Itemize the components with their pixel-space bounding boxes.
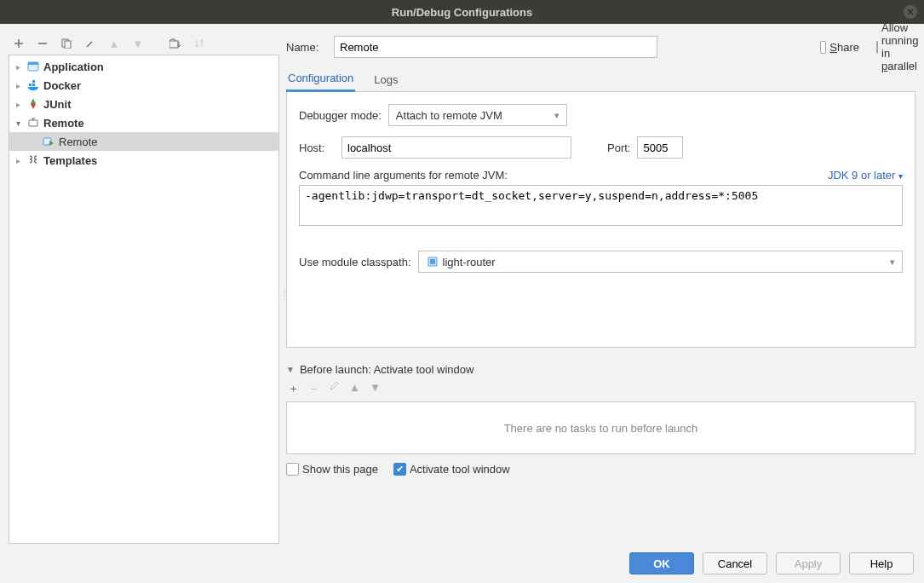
titlebar: Run/Debug Configurations xyxy=(0,0,924,24)
tab-configuration[interactable]: Configuration xyxy=(286,66,355,92)
svg-rect-1 xyxy=(65,41,71,49)
templates-icon xyxy=(26,153,40,167)
host-label: Host: xyxy=(299,141,335,154)
tree-label: Remote xyxy=(43,117,84,130)
sidebar-toolbar: ▲ ▼ xyxy=(9,32,279,55)
folder-move-icon[interactable] xyxy=(169,37,182,50)
up-icon[interactable]: ▲ xyxy=(349,381,361,396)
chevron-right-icon[interactable]: ▸ xyxy=(13,81,23,90)
tree-node-remote[interactable]: ▾ Remote xyxy=(9,113,278,132)
module-classpath-label: Use module classpath: xyxy=(299,256,411,268)
before-launch-list[interactable]: There are no tasks to run before launch xyxy=(286,401,915,454)
remote-icon xyxy=(26,116,40,130)
configurations-tree[interactable]: ▸ Application ▸ Docker ▸ JUnit ▾ Remote xyxy=(9,55,279,544)
tree-node-templates[interactable]: ▸ Templates xyxy=(9,151,278,170)
checkbox-icon xyxy=(820,41,826,54)
svg-rect-12 xyxy=(430,259,435,264)
show-this-page-checkbox[interactable]: Show this page xyxy=(286,463,378,476)
up-icon[interactable]: ▲ xyxy=(107,37,121,50)
module-classpath-combo[interactable]: light-router xyxy=(418,251,903,273)
svg-rect-8 xyxy=(29,120,37,126)
chevron-right-icon[interactable]: ▸ xyxy=(13,62,23,72)
ok-button[interactable]: OK xyxy=(629,552,694,574)
docker-icon xyxy=(26,78,40,92)
copy-icon[interactable] xyxy=(60,37,73,50)
tree-node-junit[interactable]: ▸ JUnit xyxy=(9,95,278,113)
port-input[interactable] xyxy=(637,136,683,159)
cmd-args-label: Command line arguments for remote JVM: xyxy=(299,169,508,182)
minus-icon[interactable]: － xyxy=(308,381,320,396)
svg-rect-5 xyxy=(29,84,32,86)
minus-icon[interactable] xyxy=(36,37,49,50)
svg-rect-2 xyxy=(169,41,178,48)
allow-parallel-checkbox[interactable]: Allow running in parallel xyxy=(876,21,915,72)
junit-icon xyxy=(26,97,40,111)
tab-logs[interactable]: Logs xyxy=(372,68,399,91)
svg-rect-7 xyxy=(32,80,35,83)
debugger-mode-label: Debugger mode: xyxy=(299,109,382,122)
jdk-selector-link[interactable]: JDK 9 or later ▾ xyxy=(828,169,903,182)
tree-label: Remote xyxy=(59,136,98,148)
details-panel: ⋮⋮⋮ Name: Share Allow running in paralle… xyxy=(286,32,915,544)
cmd-args-field[interactable] xyxy=(299,185,903,226)
tree-node-application[interactable]: ▸ Application xyxy=(9,57,278,76)
down-icon[interactable]: ▼ xyxy=(131,37,145,50)
share-checkbox[interactable]: Share xyxy=(820,41,859,54)
chevron-down-icon: ▼ xyxy=(286,365,295,374)
tree-node-remote-run[interactable]: Remote xyxy=(9,132,278,151)
activate-tool-window-checkbox[interactable]: ✔ Activate tool window xyxy=(393,463,510,476)
plus-icon[interactable]: ＋ xyxy=(288,381,300,396)
name-input[interactable] xyxy=(334,36,657,58)
before-launch-empty-text: There are no tasks to run before launch xyxy=(504,422,698,435)
plus-icon[interactable] xyxy=(12,37,26,50)
port-label: Port: xyxy=(607,141,630,154)
chevron-down-icon[interactable]: ▾ xyxy=(13,118,23,128)
cancel-button[interactable]: Cancel xyxy=(703,552,767,574)
edit-icon[interactable] xyxy=(329,381,341,396)
down-icon[interactable]: ▼ xyxy=(370,381,382,396)
window-title: Run/Debug Configurations xyxy=(392,6,532,19)
tree-label: Docker xyxy=(43,79,81,92)
splitter-handle[interactable]: ⋮⋮⋮ xyxy=(281,288,286,314)
checkbox-checked-icon: ✔ xyxy=(393,463,406,476)
debugger-mode-combo[interactable]: Attach to remote JVM xyxy=(388,104,567,126)
svg-rect-6 xyxy=(32,84,35,86)
before-launch-header[interactable]: ▼ Before launch: Activate tool window xyxy=(286,363,915,376)
tree-label: Application xyxy=(43,61,104,73)
application-icon xyxy=(26,60,40,73)
svg-rect-4 xyxy=(28,62,38,65)
tree-node-docker[interactable]: ▸ Docker xyxy=(9,76,278,95)
module-icon xyxy=(426,255,439,268)
host-input[interactable] xyxy=(341,136,571,159)
apply-button[interactable]: Apply xyxy=(776,552,841,574)
tree-label: JUnit xyxy=(43,98,72,111)
remote-run-icon xyxy=(42,135,55,148)
configuration-panel: Debugger mode: Attach to remote JVM Host… xyxy=(286,92,915,348)
checkbox-icon xyxy=(286,463,299,476)
before-launch-toolbar: ＋ － ▲ ▼ xyxy=(286,376,915,401)
help-button[interactable]: Help xyxy=(849,552,914,574)
sidebar: ▲ ▼ ▸ Application ▸ Docker ▸ JUnit xyxy=(9,32,279,544)
tree-label: Templates xyxy=(43,154,97,167)
sort-icon[interactable] xyxy=(192,37,206,50)
wrench-icon[interactable] xyxy=(83,37,97,50)
dialog-footer: OK Cancel Apply Help xyxy=(0,544,924,583)
chevron-right-icon[interactable]: ▸ xyxy=(13,156,23,165)
close-icon[interactable] xyxy=(904,5,917,19)
chevron-right-icon[interactable]: ▸ xyxy=(13,100,23,109)
checkbox-icon xyxy=(876,41,878,54)
name-label: Name: xyxy=(286,41,325,54)
tabs: Configuration Logs xyxy=(286,66,915,92)
